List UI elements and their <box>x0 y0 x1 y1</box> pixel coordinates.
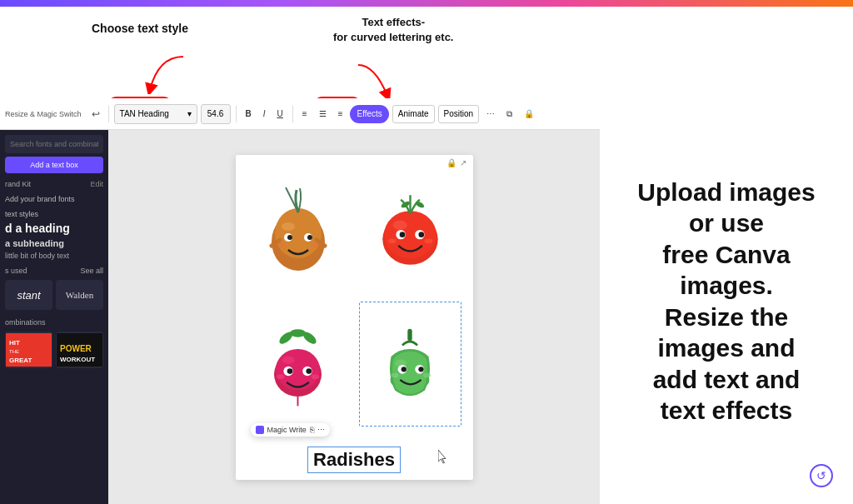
radish-cell <box>244 298 353 430</box>
align-center-button[interactable]: ☰ <box>315 104 331 124</box>
svg-point-27 <box>388 238 397 243</box>
canvas-area[interactable]: 🔒 ↗ <box>108 130 600 504</box>
svg-point-25 <box>399 232 405 237</box>
tomato-cell <box>356 163 465 295</box>
more-options-button[interactable]: ⋯ <box>482 104 499 124</box>
radishes-text: Radishes <box>313 449 395 470</box>
toolbar: Resize & Magic Switch ↩ TAN Heading ▾ 54… <box>0 98 600 130</box>
brand-kit-header: rand Kit Edit <box>5 180 103 188</box>
font-card-walden[interactable]: Walden <box>56 280 103 310</box>
svg-text:HIT: HIT <box>9 339 20 347</box>
pepper-image <box>372 318 447 410</box>
svg-point-34 <box>282 356 295 364</box>
svg-point-48 <box>423 372 431 377</box>
annotation-choose-text-style: Choose text style <box>92 22 188 35</box>
toolbar-sep-2 <box>236 106 237 122</box>
right-annotation-text: Upload images or use free Canva images. … <box>637 177 815 427</box>
svg-point-20 <box>392 220 407 229</box>
underline-button[interactable]: U <box>273 104 287 124</box>
toolbar-sep-3 <box>292 106 293 122</box>
svg-point-8 <box>275 208 322 258</box>
sidebar-search-input[interactable] <box>5 135 103 153</box>
magic-write-toolbar[interactable]: Magic Write ⎘ ⋯ <box>251 423 330 437</box>
filter-button[interactable]: ⧉ <box>502 104 516 124</box>
radish-image <box>258 318 337 410</box>
sidebar: Add a text box rand Kit Edit Add your br… <box>0 130 108 504</box>
svg-text:WORKOUT: WORKOUT <box>60 356 95 363</box>
heading-preview[interactable]: d a heading <box>5 222 103 235</box>
recently-used-header: s used See all <box>5 267 103 275</box>
magic-write-label: Magic Write <box>267 426 307 434</box>
canvas-document: 🔒 ↗ <box>236 155 473 480</box>
svg-point-26 <box>418 232 424 237</box>
annotation-area: Choose text style Text effects- for curv… <box>0 7 600 98</box>
svg-point-13 <box>307 235 312 240</box>
svg-point-46 <box>419 367 424 372</box>
svg-point-38 <box>307 368 312 374</box>
svg-point-45 <box>402 367 407 372</box>
svg-point-9 <box>282 222 295 231</box>
combo-card-2[interactable]: POWER WORKOUT <box>56 332 103 368</box>
text-styles-label: text styles <box>5 210 103 218</box>
svg-point-12 <box>287 235 292 240</box>
right-annotation-panel: Upload images or use free Canva images. … <box>600 98 853 504</box>
toolbar-sep-1 <box>108 106 109 122</box>
arrow-left-icon <box>142 52 192 94</box>
pepper-cell <box>356 298 465 430</box>
onion-cell <box>244 163 353 295</box>
bold-button[interactable]: B <box>242 104 256 124</box>
svg-text:GREAT: GREAT <box>9 357 32 364</box>
canvas-doc-icons: 🔒 ↗ <box>446 158 466 167</box>
effects-button[interactable]: Effects <box>350 105 388 123</box>
magic-write-more-icon: ⋯ <box>317 426 325 434</box>
svg-point-39 <box>277 374 285 379</box>
svg-rect-41 <box>408 328 412 340</box>
top-gradient-bar <box>0 0 853 7</box>
animate-button[interactable]: Animate <box>392 105 435 123</box>
subheading-preview[interactable]: a subheading <box>5 238 103 248</box>
svg-point-37 <box>287 368 293 374</box>
magic-write-copy-icon: ⎘ <box>310 426 314 434</box>
svg-text:POWER: POWER <box>60 344 92 353</box>
lock-button[interactable]: 🔒 <box>520 104 538 124</box>
undo-button[interactable]: ↩ <box>88 107 103 122</box>
svg-point-30 <box>290 329 306 337</box>
svg-point-28 <box>424 238 431 243</box>
add-text-box-button[interactable]: Add a text box <box>5 157 103 173</box>
align-left-button[interactable]: ≡ <box>298 104 312 124</box>
combo-card-1[interactable]: HIT THE GREAT <box>5 332 52 368</box>
svg-point-33 <box>276 348 320 389</box>
magic-write-icon <box>256 426 264 434</box>
svg-point-40 <box>312 374 320 379</box>
combinations-label: ombinations <box>5 318 103 327</box>
tomato-image <box>371 183 450 275</box>
add-brand-fonts-label: Add your brand fonts <box>5 195 103 203</box>
brand-label: Resize & Magic Switch <box>5 110 82 118</box>
font-row: stant Walden <box>5 280 103 310</box>
font-selector[interactable]: TAN Heading ▾ <box>114 104 197 124</box>
radishes-text-box[interactable]: Radishes <box>244 447 465 473</box>
veg-grid <box>236 155 473 430</box>
annotation-text-effects: Text effects- for curved lettering etc. <box>333 15 453 45</box>
share-icon: ↗ <box>460 158 466 167</box>
main-area: Add a text box rand Kit Edit Add your br… <box>0 130 600 504</box>
arrow-right-icon <box>350 61 400 102</box>
resize-icon-button[interactable]: ↺ <box>810 464 833 487</box>
position-button[interactable]: Position <box>438 105 480 123</box>
italic-button[interactable]: I <box>259 104 270 124</box>
font-size-input[interactable]: 54.6 <box>201 104 231 124</box>
canva-ui: Resize & Magic Switch ↩ TAN Heading ▾ 54… <box>0 98 600 504</box>
combo-row: HIT THE GREAT POWER WORKOUT <box>5 332 103 368</box>
align-right-button[interactable]: ≡ <box>334 104 347 124</box>
onion-image <box>257 183 340 275</box>
font-card-instant[interactable]: stant <box>5 280 52 310</box>
lock-icon: 🔒 <box>446 158 456 167</box>
svg-text:THE: THE <box>9 349 19 354</box>
svg-point-47 <box>392 372 399 377</box>
body-text-preview[interactable]: little bit of body text <box>5 252 103 260</box>
